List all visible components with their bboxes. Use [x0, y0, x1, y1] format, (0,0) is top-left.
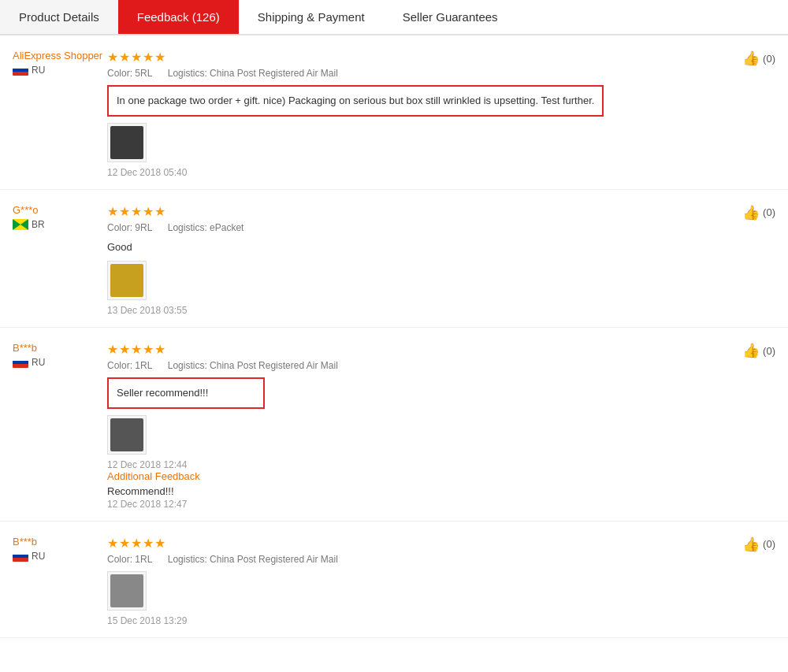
reviewer-name: AliExpress Shopper: [13, 50, 102, 61]
review-image-thumb: [110, 126, 143, 159]
star-1: ★: [107, 204, 118, 219]
country-code: BR: [32, 219, 45, 230]
flag-icon-ru: [13, 357, 28, 368]
color-meta: Color: 1RL: [107, 554, 152, 565]
star-2: ★: [119, 204, 130, 219]
additional-feedback-date: 12 Dec 2018 12:47: [107, 499, 728, 510]
star-1: ★: [107, 342, 118, 357]
star-4: ★: [143, 50, 154, 65]
star-4: ★: [143, 536, 154, 551]
review-image[interactable]: [107, 123, 147, 162]
star-3: ★: [131, 536, 142, 551]
review-item: B***bRU★★★★★Color: 1RL Logistics: China …: [0, 522, 788, 638]
star-5: ★: [154, 342, 165, 357]
star-4: ★: [143, 204, 154, 219]
reviewer-name: G***o: [13, 204, 39, 216]
like-button[interactable]: 👍(0): [742, 536, 775, 553]
page-container: Product DetailsFeedback (126)Shipping & …: [0, 0, 788, 638]
reviewer-info: G***oBR: [13, 204, 107, 317]
review-image-thumb: [110, 418, 143, 451]
review-meta: Color: 1RL Logistics: China Post Registe…: [107, 554, 728, 565]
reviewer-flag: RU: [13, 357, 45, 368]
review-image[interactable]: [107, 571, 147, 611]
flag-icon-ru: [13, 551, 28, 562]
like-count: (0): [763, 53, 775, 65]
review-image[interactable]: [107, 415, 147, 455]
review-body: ★★★★★Color: 5RL Logistics: China Post Re…: [107, 50, 775, 178]
thumbs-up-icon: 👍: [742, 536, 760, 553]
like-count: (0): [763, 206, 775, 218]
thumbs-up-icon: 👍: [742, 50, 760, 67]
reviewer-flag: RU: [13, 65, 45, 76]
star-1: ★: [107, 50, 118, 65]
reviewer-name: B***b: [13, 536, 37, 548]
thumbs-up-icon: 👍: [742, 342, 760, 359]
like-count: (0): [763, 538, 775, 550]
reviewer-info: AliExpress ShopperRU: [13, 50, 107, 178]
review-date: 15 Dec 2018 13:29: [107, 615, 728, 626]
star-5: ★: [154, 536, 165, 551]
reviews-list: AliExpress ShopperRU★★★★★Color: 5RL Logi…: [0, 35, 788, 638]
logistics-meta: Logistics: China Post Registered Air Mai…: [168, 360, 338, 371]
tab-product-details[interactable]: Product Details: [0, 0, 118, 34]
flag-icon-br: [13, 219, 28, 230]
star-2: ★: [119, 50, 130, 65]
like-button[interactable]: 👍(0): [742, 204, 775, 221]
review-item: B***bRU★★★★★Color: 1RL Logistics: China …: [0, 328, 788, 522]
review-text-boxed: Seller recommend!!!: [107, 377, 265, 409]
logistics-meta: Logistics: ePacket: [168, 222, 244, 233]
like-count: (0): [763, 345, 775, 357]
reviewer-flag: RU: [13, 551, 45, 562]
logistics-meta: Logistics: China Post Registered Air Mai…: [168, 68, 338, 79]
star-5: ★: [154, 204, 165, 219]
tab-seller-guarantees[interactable]: Seller Guarantees: [384, 0, 517, 34]
review-meta: Color: 5RL Logistics: China Post Registe…: [107, 68, 728, 79]
star-2: ★: [119, 536, 130, 551]
country-code: RU: [32, 551, 45, 562]
tab-shipping-payment[interactable]: Shipping & Payment: [239, 0, 384, 34]
review-body: ★★★★★Color: 1RL Logistics: China Post Re…: [107, 342, 775, 510]
country-code: RU: [32, 65, 45, 76]
thumbs-up-icon: 👍: [742, 204, 760, 221]
additional-feedback-text: Recommend!!!: [107, 485, 728, 497]
additional-feedback-label: Additional Feedback: [107, 470, 728, 482]
review-text: Good: [107, 239, 728, 255]
review-date: 12 Dec 2018 12:44: [107, 459, 728, 470]
star-2: ★: [119, 342, 130, 357]
tab-feedback[interactable]: Feedback (126): [118, 0, 239, 34]
star-rating: ★★★★★: [107, 342, 728, 357]
star-rating: ★★★★★: [107, 536, 728, 551]
reviewer-name: B***b: [13, 342, 37, 354]
review-item: AliExpress ShopperRU★★★★★Color: 5RL Logi…: [0, 35, 788, 190]
review-meta: Color: 9RL Logistics: ePacket: [107, 222, 728, 233]
review-date: 12 Dec 2018 05:40: [107, 167, 728, 178]
review-text-boxed: In one package two order + gift. nice) P…: [107, 85, 604, 117]
review-body: ★★★★★Color: 9RL Logistics: ePacketGood13…: [107, 204, 775, 317]
color-meta: Color: 5RL: [107, 68, 152, 79]
star-rating: ★★★★★: [107, 204, 728, 219]
review-date: 13 Dec 2018 03:55: [107, 305, 728, 316]
reviewer-info: B***bRU: [13, 342, 107, 510]
reviewer-flag: BR: [13, 219, 45, 230]
star-3: ★: [131, 50, 142, 65]
star-4: ★: [143, 342, 154, 357]
star-5: ★: [154, 50, 165, 65]
color-meta: Color: 1RL: [107, 360, 152, 371]
like-button[interactable]: 👍(0): [742, 50, 775, 67]
flag-icon-ru: [13, 65, 28, 76]
review-meta: Color: 1RL Logistics: China Post Registe…: [107, 360, 728, 371]
review-image-thumb: [110, 264, 143, 297]
review-image-thumb: [110, 574, 143, 607]
review-image[interactable]: [107, 261, 147, 300]
country-code: RU: [32, 357, 45, 368]
color-meta: Color: 9RL: [107, 222, 152, 233]
star-3: ★: [131, 204, 142, 219]
review-item: G***oBR★★★★★Color: 9RL Logistics: ePacke…: [0, 190, 788, 329]
tabs-bar: Product DetailsFeedback (126)Shipping & …: [0, 0, 788, 35]
star-3: ★: [131, 342, 142, 357]
logistics-meta: Logistics: China Post Registered Air Mai…: [168, 554, 338, 565]
star-1: ★: [107, 536, 118, 551]
like-button[interactable]: 👍(0): [742, 342, 775, 359]
star-rating: ★★★★★: [107, 50, 728, 65]
reviewer-info: B***bRU: [13, 536, 107, 626]
